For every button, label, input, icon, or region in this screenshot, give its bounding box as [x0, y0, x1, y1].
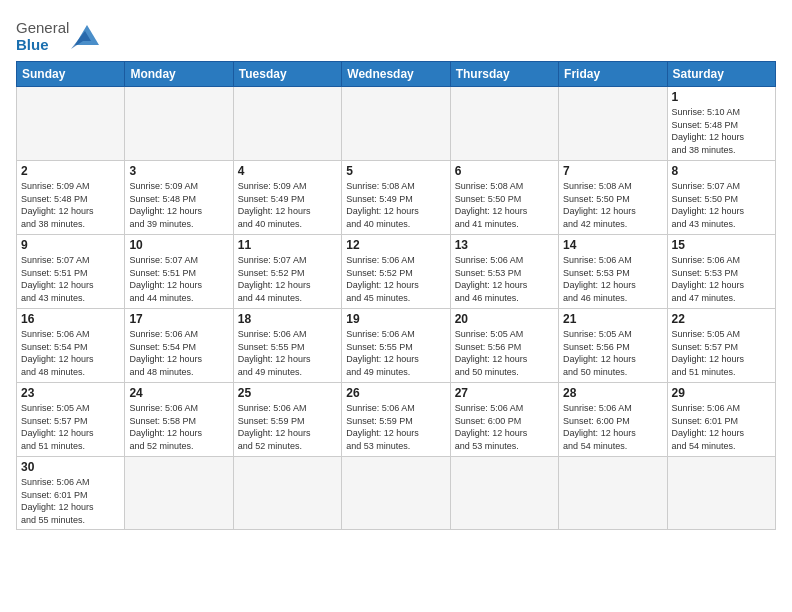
day-number: 30 [21, 460, 120, 474]
day-number: 25 [238, 386, 337, 400]
day-number: 5 [346, 164, 445, 178]
week-row-3: 9Sunrise: 5:07 AM Sunset: 5:51 PM Daylig… [17, 235, 776, 309]
day-number: 1 [672, 90, 771, 104]
day-info: Sunrise: 5:06 AM Sunset: 5:52 PM Dayligh… [346, 254, 445, 304]
day-info: Sunrise: 5:09 AM Sunset: 5:48 PM Dayligh… [21, 180, 120, 230]
calendar-cell [125, 87, 233, 161]
calendar-cell: 27Sunrise: 5:06 AM Sunset: 6:00 PM Dayli… [450, 383, 558, 457]
header-wednesday: Wednesday [342, 62, 450, 87]
day-info: Sunrise: 5:07 AM Sunset: 5:51 PM Dayligh… [21, 254, 120, 304]
day-info: Sunrise: 5:05 AM Sunset: 5:56 PM Dayligh… [563, 328, 662, 378]
day-info: Sunrise: 5:06 AM Sunset: 5:59 PM Dayligh… [238, 402, 337, 452]
day-info: Sunrise: 5:06 AM Sunset: 5:53 PM Dayligh… [455, 254, 554, 304]
day-info: Sunrise: 5:05 AM Sunset: 5:56 PM Dayligh… [455, 328, 554, 378]
day-info: Sunrise: 5:08 AM Sunset: 5:49 PM Dayligh… [346, 180, 445, 230]
day-number: 6 [455, 164, 554, 178]
day-number: 27 [455, 386, 554, 400]
day-number: 3 [129, 164, 228, 178]
calendar-cell: 30Sunrise: 5:06 AM Sunset: 6:01 PM Dayli… [17, 457, 125, 530]
calendar-cell [233, 457, 341, 530]
calendar-cell [342, 87, 450, 161]
day-number: 13 [455, 238, 554, 252]
week-row-1: 1Sunrise: 5:10 AM Sunset: 5:48 PM Daylig… [17, 87, 776, 161]
calendar-cell: 8Sunrise: 5:07 AM Sunset: 5:50 PM Daylig… [667, 161, 775, 235]
logo-icon [71, 21, 103, 49]
calendar-cell: 4Sunrise: 5:09 AM Sunset: 5:49 PM Daylig… [233, 161, 341, 235]
day-number: 10 [129, 238, 228, 252]
calendar-cell [667, 457, 775, 530]
week-row-5: 23Sunrise: 5:05 AM Sunset: 5:57 PM Dayli… [17, 383, 776, 457]
day-number: 22 [672, 312, 771, 326]
day-number: 2 [21, 164, 120, 178]
day-number: 19 [346, 312, 445, 326]
day-info: Sunrise: 5:06 AM Sunset: 6:00 PM Dayligh… [563, 402, 662, 452]
week-row-2: 2Sunrise: 5:09 AM Sunset: 5:48 PM Daylig… [17, 161, 776, 235]
calendar-cell: 13Sunrise: 5:06 AM Sunset: 5:53 PM Dayli… [450, 235, 558, 309]
calendar-cell: 23Sunrise: 5:05 AM Sunset: 5:57 PM Dayli… [17, 383, 125, 457]
days-header-row: SundayMondayTuesdayWednesdayThursdayFrid… [17, 62, 776, 87]
day-info: Sunrise: 5:06 AM Sunset: 5:58 PM Dayligh… [129, 402, 228, 452]
logo-blue: Blue [16, 36, 49, 53]
calendar-cell: 7Sunrise: 5:08 AM Sunset: 5:50 PM Daylig… [559, 161, 667, 235]
day-info: Sunrise: 5:06 AM Sunset: 5:54 PM Dayligh… [21, 328, 120, 378]
day-number: 29 [672, 386, 771, 400]
day-number: 12 [346, 238, 445, 252]
calendar-cell: 1Sunrise: 5:10 AM Sunset: 5:48 PM Daylig… [667, 87, 775, 161]
day-info: Sunrise: 5:07 AM Sunset: 5:50 PM Dayligh… [672, 180, 771, 230]
day-number: 26 [346, 386, 445, 400]
calendar-cell [559, 457, 667, 530]
day-info: Sunrise: 5:06 AM Sunset: 5:59 PM Dayligh… [346, 402, 445, 452]
day-info: Sunrise: 5:08 AM Sunset: 5:50 PM Dayligh… [455, 180, 554, 230]
day-number: 24 [129, 386, 228, 400]
day-info: Sunrise: 5:06 AM Sunset: 5:54 PM Dayligh… [129, 328, 228, 378]
day-info: Sunrise: 5:10 AM Sunset: 5:48 PM Dayligh… [672, 106, 771, 156]
calendar-cell: 5Sunrise: 5:08 AM Sunset: 5:49 PM Daylig… [342, 161, 450, 235]
calendar-cell: 21Sunrise: 5:05 AM Sunset: 5:56 PM Dayli… [559, 309, 667, 383]
day-number: 14 [563, 238, 662, 252]
calendar-cell [342, 457, 450, 530]
calendar-cell: 9Sunrise: 5:07 AM Sunset: 5:51 PM Daylig… [17, 235, 125, 309]
calendar-cell: 24Sunrise: 5:06 AM Sunset: 5:58 PM Dayli… [125, 383, 233, 457]
day-number: 15 [672, 238, 771, 252]
calendar-cell [233, 87, 341, 161]
day-info: Sunrise: 5:07 AM Sunset: 5:51 PM Dayligh… [129, 254, 228, 304]
header-saturday: Saturday [667, 62, 775, 87]
calendar-cell [450, 457, 558, 530]
week-row-4: 16Sunrise: 5:06 AM Sunset: 5:54 PM Dayli… [17, 309, 776, 383]
header-monday: Monday [125, 62, 233, 87]
day-info: Sunrise: 5:09 AM Sunset: 5:49 PM Dayligh… [238, 180, 337, 230]
day-info: Sunrise: 5:05 AM Sunset: 5:57 PM Dayligh… [21, 402, 120, 452]
header-sunday: Sunday [17, 62, 125, 87]
calendar-cell: 19Sunrise: 5:06 AM Sunset: 5:55 PM Dayli… [342, 309, 450, 383]
calendar-cell [450, 87, 558, 161]
calendar-cell: 22Sunrise: 5:05 AM Sunset: 5:57 PM Dayli… [667, 309, 775, 383]
calendar-cell [559, 87, 667, 161]
header: General Blue [16, 16, 776, 53]
calendar-cell: 28Sunrise: 5:06 AM Sunset: 6:00 PM Dayli… [559, 383, 667, 457]
day-info: Sunrise: 5:06 AM Sunset: 6:00 PM Dayligh… [455, 402, 554, 452]
calendar-cell: 3Sunrise: 5:09 AM Sunset: 5:48 PM Daylig… [125, 161, 233, 235]
day-info: Sunrise: 5:08 AM Sunset: 5:50 PM Dayligh… [563, 180, 662, 230]
day-number: 4 [238, 164, 337, 178]
day-number: 7 [563, 164, 662, 178]
day-info: Sunrise: 5:06 AM Sunset: 5:55 PM Dayligh… [346, 328, 445, 378]
day-number: 16 [21, 312, 120, 326]
day-info: Sunrise: 5:06 AM Sunset: 5:53 PM Dayligh… [672, 254, 771, 304]
day-number: 9 [21, 238, 120, 252]
calendar-cell: 18Sunrise: 5:06 AM Sunset: 5:55 PM Dayli… [233, 309, 341, 383]
calendar-cell: 15Sunrise: 5:06 AM Sunset: 5:53 PM Dayli… [667, 235, 775, 309]
day-number: 20 [455, 312, 554, 326]
calendar-cell: 14Sunrise: 5:06 AM Sunset: 5:53 PM Dayli… [559, 235, 667, 309]
calendar-cell: 2Sunrise: 5:09 AM Sunset: 5:48 PM Daylig… [17, 161, 125, 235]
day-number: 21 [563, 312, 662, 326]
calendar-cell: 25Sunrise: 5:06 AM Sunset: 5:59 PM Dayli… [233, 383, 341, 457]
calendar-cell [17, 87, 125, 161]
calendar-cell: 6Sunrise: 5:08 AM Sunset: 5:50 PM Daylig… [450, 161, 558, 235]
calendar-cell: 11Sunrise: 5:07 AM Sunset: 5:52 PM Dayli… [233, 235, 341, 309]
calendar-cell: 29Sunrise: 5:06 AM Sunset: 6:01 PM Dayli… [667, 383, 775, 457]
day-info: Sunrise: 5:06 AM Sunset: 5:53 PM Dayligh… [563, 254, 662, 304]
day-number: 11 [238, 238, 337, 252]
calendar-cell: 26Sunrise: 5:06 AM Sunset: 5:59 PM Dayli… [342, 383, 450, 457]
week-row-6: 30Sunrise: 5:06 AM Sunset: 6:01 PM Dayli… [17, 457, 776, 530]
calendar-cell [125, 457, 233, 530]
